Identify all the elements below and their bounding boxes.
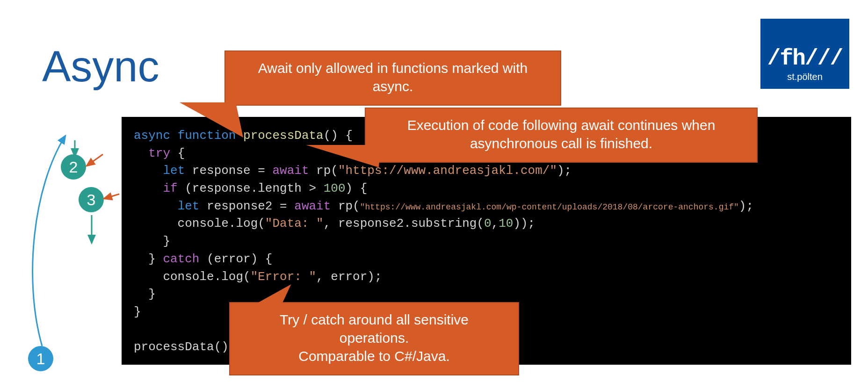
code-token: , error); [316,270,382,284]
callout-pointer-icon [180,102,243,137]
code-token: } [134,305,141,319]
code-token: await [294,199,331,213]
code-token: let [163,164,185,178]
code-token: } [134,287,156,301]
callout-text: Comparable to C#/Java. [298,348,450,364]
code-token: { [170,146,185,160]
code-token: let [178,199,200,213]
code-token: , [492,216,499,231]
callout-execution-continues: Execution of code following await contin… [365,108,758,163]
code-token: 0 [484,216,492,231]
code-token: (error) { [199,252,272,266]
code-token: if [163,181,177,195]
code-token: rp( [331,199,360,213]
code-token: response2 = [199,199,294,213]
svg-line-3 [104,194,119,199]
code-token: ); [557,164,571,178]
slide-title: Async [42,42,159,91]
code-token: processData(); [134,340,236,354]
callout-async-await: Await only allowed in functions marked w… [224,50,561,106]
code-token: 100 [324,181,346,195]
step-marker-2: 2 [61,154,86,180]
logo-main: /fh/// [767,47,843,70]
code-token: , response2.substring( [324,216,484,231]
code-token: processData [243,129,324,143]
code-token: } [134,234,170,248]
step-marker-1: 1 [28,346,53,371]
university-logo: /fh/// st.pölten [760,19,849,89]
logo-sub: st.pölten [787,72,823,82]
code-token: catch [163,252,199,266]
callout-try-catch: Try / catch around all sensitive operati… [229,302,519,375]
callout-pointer-icon [304,145,381,167]
code-token: console.log( [134,216,265,231]
code-token: (response.length > [178,181,324,195]
code-token: () { [324,129,353,143]
code-token: async [134,129,170,143]
code-token: console.log( [134,270,251,284]
code-token: "Error: " [251,270,316,284]
code-token: )); [513,216,535,231]
callout-text: Await only allowed in functions marked w… [258,60,528,94]
callout-text: Try / catch around all sensitive operati… [280,312,469,346]
code-token: 10 [499,216,513,231]
code-token: response = [185,164,272,178]
code-token: await [272,164,309,178]
code-token: "Data: " [265,216,324,231]
code-token: ) { [346,181,368,195]
svg-line-2 [87,154,103,166]
code-token: try [148,146,170,160]
code-token: "https://www.andreasjakl.com/wp-content/… [360,202,739,212]
code-token: ); [739,199,753,213]
code-token: } [134,252,163,266]
step-marker-3: 3 [79,187,104,212]
callout-text: Execution of code following await contin… [407,117,716,151]
